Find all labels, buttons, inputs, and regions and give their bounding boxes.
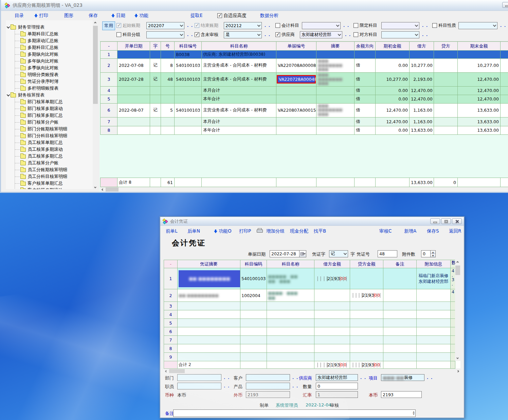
audit-button[interactable]: 审核C [379,228,392,234]
calendar-icon[interactable] [300,250,306,257]
cash-alloc-button[interactable]: 现金分配 [290,228,308,234]
report-hscrollbar[interactable] [100,187,508,192]
tree-item[interactable]: 员工分科目核算明细 [15,173,93,180]
tree-item[interactable]: 员工核算单期汇总 [15,139,93,146]
tree-item[interactable]: 多期滚动汇总账 [15,37,93,44]
attach-stepper[interactable]: 0 ▲▼ [421,250,436,257]
cell-direction[interactable]: 借 [355,95,376,103]
cell-word[interactable]: 记 [150,72,161,86]
table-row[interactable]: 6 2022-08-07 记 5 540100103 主营业务成本 - 合同成本… [101,103,508,117]
voucher-hscrollbar[interactable] [164,369,460,373]
cell-code[interactable]: 540100103 [240,268,267,289]
voucher-empty-row[interactable]: 3 [164,302,455,310]
minimize-button[interactable] [502,2,508,8]
account-select[interactable]: . . [302,22,349,29]
next-voucher-button[interactable]: 后单N [187,228,200,234]
cell-acct-name[interactable]: 本年合计 [202,95,276,103]
tree-root-finance-acct[interactable]: 财务核算报表 [6,92,93,98]
save-button[interactable]: 保存S [427,228,439,234]
maximize-button[interactable] [441,218,451,224]
voucher-empty-row[interactable]: 6 [164,327,455,336]
checkbox-icon[interactable] [432,23,437,28]
include-unaudited-select[interactable]: 是. . [224,31,271,38]
cell-debit[interactable]: 10,277.00 [410,59,434,73]
cell-begin[interactable]: 10,277.00 [376,72,410,86]
col-word[interactable]: 字 [150,42,161,51]
add-group-button[interactable]: 增加分组 [266,228,285,234]
cell-acct-name[interactable]: 本月合计 [202,86,276,95]
menu-function[interactable]: 功能 [134,13,148,19]
supplier-input[interactable]: 东郊建材经营部. . [316,374,366,381]
col-begin[interactable]: 期初金额 [376,42,410,51]
table-row[interactable]: 2 2022-07-08 记 8 540100103 主营业务成本 - 合同成本… [101,59,508,73]
col-acct-name[interactable]: 科目名称 [202,42,276,51]
tree-item[interactable]: 多栏明细账报表 [15,85,93,92]
cell-doc-no[interactable]: VA220708A00008GCC [276,59,316,73]
checkbox-icon[interactable] [116,32,121,37]
cell-summary[interactable]: ■■ ■■■■■■■■■ [178,289,240,302]
project-input[interactable]: ■■■ ■■装修. . [381,374,433,381]
voucher-row[interactable]: 2 ■■ ■■■■■■■■■ 1002004 ■■■■ - ■■■ ■■ 219… [164,289,455,302]
col-credit[interactable]: 贷方金额 [350,260,383,268]
scrollbar-thumb[interactable] [455,266,460,275]
voucher-word-select[interactable]: 记 [329,250,348,257]
cell-acct-code[interactable]: 540100103 [175,59,202,73]
cell-doc-no[interactable]: VA220807A00015GIE [276,103,316,117]
balance-button[interactable]: 找平B [314,228,326,234]
scroll-right-icon[interactable] [455,369,460,374]
chevron-down-icon[interactable] [7,93,10,96]
staff-input[interactable]: . . [177,383,230,389]
cell-acct-code[interactable]: 540100103 [175,103,202,117]
col-code[interactable]: 科目编码 [240,260,267,268]
col-acct-code[interactable]: 科目编号 [175,42,202,51]
cell-acct-name[interactable]: 本月合计 [202,117,276,126]
chevron-down-icon[interactable] [7,25,10,29]
cell-word[interactable]: 记 [150,103,161,117]
foreign-input[interactable]: 2193 [246,391,290,398]
common-tab-button[interactable]: 常用 [102,21,115,30]
checkbox-checked-icon[interactable] [217,13,222,18]
voucher-empty-row[interactable]: 7 [164,336,455,344]
cell-debit[interactable]: 2,193.00 [410,72,434,86]
new-button[interactable]: 新增A [404,228,416,234]
voucher-empty-row[interactable]: 4 [164,310,455,319]
scrollbar-thumb[interactable] [169,369,185,373]
close-button[interactable] [452,218,462,224]
cell-code[interactable]: 1002004 [240,289,267,302]
scroll-up-icon[interactable] [455,260,460,265]
tree-item[interactable]: 凭证分录序时簿 [15,78,93,85]
cell-no[interactable]: 48 [161,72,175,86]
doc-date-input[interactable]: 2022-07-28 [270,250,306,257]
tree-item[interactable]: 多期纵向比对账 [15,51,93,58]
cell-summary[interactable]: ■■■ ■■■■■■■ ■■■ [316,59,355,73]
col-name[interactable]: 科目名称 [267,260,314,268]
checkbox-checked-icon[interactable] [195,32,199,37]
account-group-select[interactable]: . . [146,31,193,38]
cell-no[interactable]: 5 [161,103,175,117]
table-row-selected[interactable]: 3 2022-07-28 记 48 540100103 主营业务成本 - 合同成… [101,72,508,86]
cell-credit[interactable] [434,72,458,86]
tree-item[interactable]: 多年纵向比对账 [15,58,93,65]
cell-acct-name[interactable]: 主营业务成本 - 合同成本 - 材料费 [202,72,276,86]
end-period-select[interactable]: 202212. . [224,22,271,29]
checkbox-checked-icon[interactable] [195,23,199,28]
cell-date[interactable]: 2022-07-28 [117,72,150,86]
scroll-left-icon[interactable] [100,187,105,192]
col-extra-info[interactable]: 附加信息 [417,260,451,268]
table-row-subtotal[interactable]: 4 本月合计 借 0.00 12,470.00 12,470.00 [101,86,508,95]
col-debit[interactable]: 借方金额 [314,260,350,268]
col-summary[interactable]: 凭证摘要 [178,260,240,268]
menu-date[interactable]: 日期 [111,13,125,19]
function-menu[interactable]: 功能O [214,228,232,234]
tree-item[interactable]: 员工分账期核算明细 [15,166,93,173]
cell-remark[interactable] [383,268,417,289]
menu-save[interactable]: 保存 [89,13,98,19]
cell-date[interactable]: 2022-08-07 [117,103,150,117]
tree-scrollbar[interactable] [93,20,98,190]
tree-item[interactable]: 部门核算多期滚动 [15,105,93,112]
menu-print[interactable]: 打印 [34,13,48,19]
voucher-empty-row[interactable]: 5 [164,319,455,327]
scroll-left-icon[interactable] [164,369,169,374]
tree-item[interactable]: 客户核算多期滚动 [15,187,93,189]
tree-item[interactable]: 员工核算多期汇总 [15,153,93,160]
